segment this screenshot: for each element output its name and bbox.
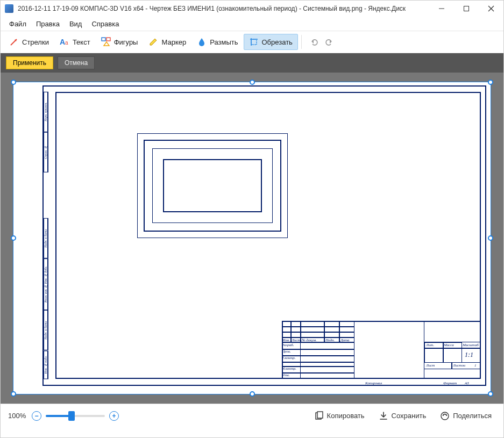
tool-marker-label: Маркер [161, 38, 186, 46]
blur-icon [197, 37, 207, 47]
title-block: Изм. Лист № докум. Подп. Дата Разраб. Пр… [282, 321, 481, 379]
share-button[interactable]: Поделиться [436, 409, 496, 423]
toolbar-separator [301, 35, 302, 49]
crop-handle-tl[interactable] [11, 80, 16, 85]
side-table: Перв. примен. Справ. № Подп. и дата Взам… [44, 92, 54, 379]
arrow-icon [9, 37, 19, 47]
crop-handle-bl[interactable] [11, 391, 16, 397]
svg-marker-10 [104, 42, 109, 46]
side-cell: Перв. примен. [44, 92, 48, 132]
copy-button[interactable]: Копировать [310, 409, 369, 423]
crop-handle-t[interactable] [250, 80, 255, 85]
undo-button[interactable] [309, 37, 319, 47]
tool-crop[interactable]: Обрезать [244, 34, 298, 50]
window-controls [429, 1, 503, 17]
svg-text:a: a [65, 40, 68, 46]
crop-handle-br[interactable] [488, 391, 493, 397]
side-cell: Подп. и дата [44, 310, 48, 350]
side-cell: Подп. и дата [44, 218, 48, 259]
side-cell: Инв. № подл. [44, 350, 48, 379]
svg-text:A: A [60, 38, 65, 46]
svg-point-19 [441, 412, 449, 420]
apply-bar: Применить Отмена [1, 53, 503, 73]
svg-rect-12 [251, 39, 257, 45]
tool-crop-label: Обрезать [262, 38, 293, 46]
svg-rect-8 [102, 38, 105, 41]
tool-text-label: Текст [73, 38, 90, 46]
svg-marker-11 [150, 39, 157, 45]
side-cell: Справ. № [44, 132, 48, 173]
download-icon [379, 411, 388, 421]
app-icon [5, 4, 13, 13]
window-title: 2016-12-11 17-19-09 КОМПАС-3D V16 x64 - … [18, 5, 429, 12]
svg-rect-1 [464, 6, 469, 11]
crop-handle-tr[interactable] [488, 80, 493, 85]
menu-view[interactable]: Вид [65, 18, 87, 30]
minimize-button[interactable] [429, 1, 454, 17]
zoom-out-button[interactable]: − [32, 411, 41, 421]
zoom-slider[interactable] [46, 415, 105, 417]
share-label: Поделиться [453, 412, 492, 420]
tool-arrows[interactable]: Стрелки [4, 34, 54, 50]
tool-blur-label: Размыть [210, 38, 238, 46]
svg-rect-18 [317, 412, 323, 418]
svg-rect-9 [107, 38, 110, 41]
drawing-image: Перв. примен. Справ. № Подп. и дата Взам… [13, 82, 491, 394]
crop-handle-b[interactable] [250, 391, 255, 397]
crop-handle-r[interactable] [488, 235, 493, 241]
zoom-in-button[interactable]: + [109, 411, 119, 421]
tool-text[interactable]: Aa Текст [54, 34, 96, 50]
share-icon [440, 411, 450, 421]
zoom-level: 100% [8, 412, 27, 420]
apply-button[interactable]: Применить [6, 56, 53, 69]
toolbar: Стрелки Aa Текст Фигуры Маркер Размыть О… [1, 31, 503, 53]
zoom-controls: 100% − + [8, 411, 119, 421]
shapes-icon [101, 37, 111, 47]
redo-button[interactable] [324, 37, 334, 47]
tool-marker[interactable]: Маркер [143, 34, 191, 50]
tool-shapes[interactable]: Фигуры [96, 34, 144, 50]
text-icon: Aa [60, 37, 69, 47]
menu-help[interactable]: Справка [87, 18, 123, 30]
menu-edit[interactable]: Правка [32, 18, 64, 30]
title-bar: 2016-12-11 17-19-09 КОМПАС-3D V16 x64 - … [1, 1, 503, 17]
side-cell: Взам. инв. № Инв. № дубл. [44, 259, 48, 310]
menu-bar: Файл Правка Вид Справка [1, 17, 503, 31]
marker-icon [148, 37, 158, 47]
tool-shapes-label: Фигуры [114, 38, 138, 46]
tool-arrows-label: Стрелки [22, 38, 49, 46]
tool-blur[interactable]: Размыть [191, 34, 243, 50]
status-bar: 100% − + Копировать Сохранить Поделиться [1, 404, 503, 427]
save-label: Сохранить [392, 412, 427, 420]
close-button[interactable] [479, 1, 503, 17]
crop-selection[interactable]: Перв. примен. Справ. № Подп. и дата Взам… [13, 82, 491, 394]
save-button[interactable]: Сохранить [374, 409, 431, 423]
copy-icon [314, 411, 324, 421]
cancel-button[interactable]: Отмена [58, 56, 95, 69]
canvas-area[interactable]: Перв. примен. Справ. № Подп. и дата Взам… [1, 73, 503, 404]
crop-handle-l[interactable] [11, 235, 16, 241]
maximize-button[interactable] [454, 1, 479, 17]
nested-rectangles [137, 133, 288, 238]
copy-label: Копировать [327, 412, 365, 420]
menu-file[interactable]: Файл [5, 18, 31, 30]
crop-icon [249, 37, 259, 47]
